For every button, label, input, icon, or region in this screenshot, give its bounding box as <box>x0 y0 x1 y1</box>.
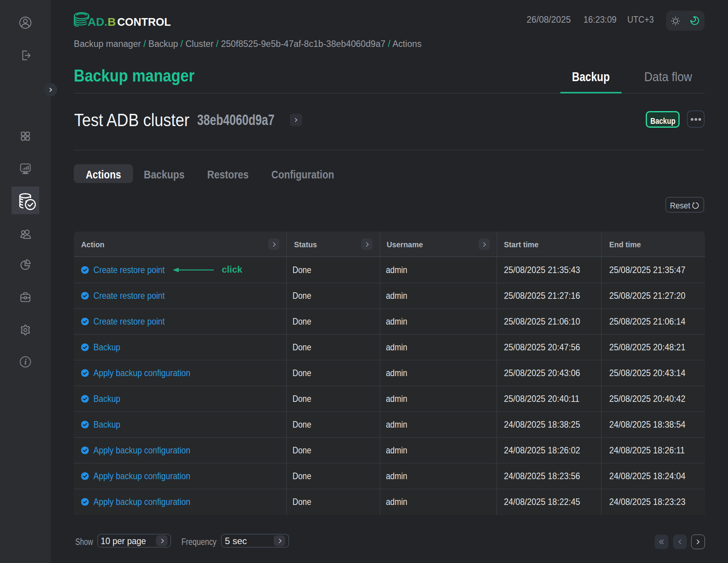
svg-text:i: i <box>24 358 27 366</box>
